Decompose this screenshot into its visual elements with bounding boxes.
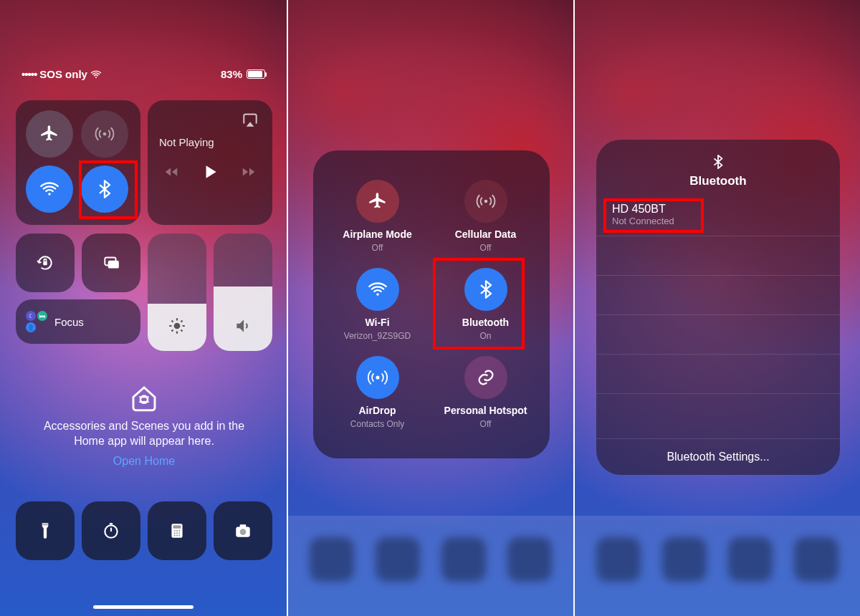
blurred-dock (288, 516, 573, 616)
home-indicator[interactable] (93, 605, 194, 609)
speaker-icon (234, 317, 252, 338)
device-status: Not Connected (612, 216, 824, 226)
flashlight-button[interactable] (16, 501, 75, 560)
wifi-toggle[interactable] (356, 268, 399, 311)
now-playing-tile[interactable]: Not Playing (148, 100, 272, 225)
bluetooth-empty-row (596, 236, 840, 276)
timer-button[interactable] (82, 501, 140, 560)
battery-icon (247, 69, 265, 79)
bluetooth-title: Bluetooth (689, 174, 746, 188)
bluetooth-empty-row (596, 276, 840, 315)
airplane-label: Airplane Mode (343, 228, 411, 240)
bluetooth-header: Bluetooth (596, 154, 840, 188)
media-status: Not Playing (159, 136, 261, 148)
bluetooth-icon (476, 279, 496, 299)
bluetooth-panel: Bluetooth HD 450BT Not Connected Bluetoo… (596, 140, 840, 475)
airdrop-status: Contacts Only (350, 419, 404, 429)
home-card[interactable]: Accessories and Scenes you add in the Ho… (16, 365, 272, 487)
status-bar: ••••• SOS only 83% (0, 68, 287, 80)
focus-button[interactable]: ☾ 🛏 👤 Focus (16, 299, 140, 344)
sun-icon (168, 317, 186, 338)
camera-icon (234, 521, 252, 540)
bluetooth-toggle[interactable] (81, 165, 128, 213)
link-icon (476, 367, 496, 388)
orientation-lock-toggle[interactable] (16, 234, 75, 292)
battery-percent: 83% (221, 68, 242, 80)
bluetooth-device-row[interactable]: HD 450BT Not Connected (596, 197, 840, 236)
pane-control-center: ••••• SOS only 83% Not Playing (0, 0, 287, 616)
hotspot-status: Off (480, 419, 492, 429)
airplane-icon (39, 124, 59, 144)
flashlight-icon (36, 521, 54, 540)
pane-connectivity-expanded: Airplane Mode Off Cellular Data Off Wi-F… (287, 0, 573, 616)
airdrop-toggle[interactable] (356, 356, 399, 399)
quick-actions-row (16, 501, 272, 560)
airplane-mode-toggle[interactable] (356, 180, 399, 223)
bluetooth-icon (710, 154, 726, 170)
cellular-data-toggle[interactable] (81, 110, 128, 158)
cellular-icon (476, 191, 496, 211)
cellular-icon (95, 124, 115, 144)
wifi-toggle[interactable] (26, 165, 73, 213)
bluetooth-status: On (479, 331, 491, 341)
airdrop-icon (368, 367, 388, 388)
connectivity-panel: Airplane Mode Off Cellular Data Off Wi-F… (313, 150, 550, 458)
wifi-item[interactable]: Wi-Fi Verizon_9ZS9GD (323, 260, 431, 348)
play-button[interactable] (201, 163, 219, 184)
airplay-icon[interactable] (241, 110, 261, 130)
bluetooth-item[interactable]: Bluetooth On (431, 260, 540, 348)
home-text: Accessories and Scenes you add in the Ho… (33, 418, 255, 449)
rewind-button[interactable] (163, 164, 179, 183)
signal-dots-icon: ••••• (22, 68, 37, 80)
bluetooth-icon (95, 179, 115, 199)
wifi-label: Wi-Fi (365, 317, 389, 328)
bluetooth-empty-row (596, 315, 840, 355)
device-name: HD 450BT (612, 203, 824, 216)
network-text: SOS only (39, 68, 87, 80)
airdrop-label: AirDrop (358, 405, 396, 416)
focus-label: Focus (54, 316, 84, 328)
hotspot-item[interactable]: Personal Hotspot Off (431, 349, 540, 437)
fast-forward-button[interactable] (241, 164, 257, 183)
bluetooth-empty-row (596, 355, 840, 394)
cellular-status: Off (480, 243, 492, 253)
volume-slider[interactable] (214, 234, 272, 351)
brightness-slider[interactable] (148, 234, 206, 351)
wifi-icon (90, 69, 102, 80)
wifi-status: Verizon_9ZS9GD (344, 331, 411, 341)
calculator-button[interactable] (148, 501, 206, 560)
bluetooth-device-list: HD 450BT Not Connected (596, 197, 840, 438)
cellular-data-item[interactable]: Cellular Data Off (431, 172, 540, 260)
airplane-status: Off (372, 243, 383, 253)
timer-icon (102, 521, 120, 540)
screen-mirroring-icon (102, 254, 120, 272)
screen-mirroring-button[interactable] (82, 234, 140, 292)
home-icon (130, 384, 158, 413)
open-home-link[interactable]: Open Home (113, 453, 175, 469)
wifi-icon (39, 179, 59, 199)
cellular-data-toggle[interactable] (464, 180, 507, 223)
bluetooth-toggle[interactable] (464, 268, 507, 311)
hotspot-label: Personal Hotspot (444, 405, 527, 416)
bluetooth-empty-row (596, 394, 840, 433)
airdrop-item[interactable]: AirDrop Contacts Only (323, 349, 431, 437)
orientation-lock-icon (36, 254, 54, 272)
pane-bluetooth-devices: Bluetooth HD 450BT Not Connected Bluetoo… (573, 0, 860, 616)
connectivity-tile[interactable] (16, 100, 140, 225)
calculator-icon (168, 521, 186, 540)
cellular-label: Cellular Data (455, 228, 517, 240)
hotspot-toggle[interactable] (464, 356, 507, 399)
blurred-dock (575, 516, 860, 616)
camera-button[interactable] (214, 501, 272, 560)
bluetooth-settings-link[interactable]: Bluetooth Settings... (596, 438, 840, 475)
wifi-icon (368, 279, 388, 299)
bluetooth-label: Bluetooth (462, 317, 509, 328)
airplane-mode-item[interactable]: Airplane Mode Off (323, 172, 431, 260)
airplane-mode-toggle[interactable] (26, 110, 73, 158)
focus-mode-icons: ☾ 🛏 👤 (26, 311, 47, 332)
airplane-icon (368, 191, 388, 211)
